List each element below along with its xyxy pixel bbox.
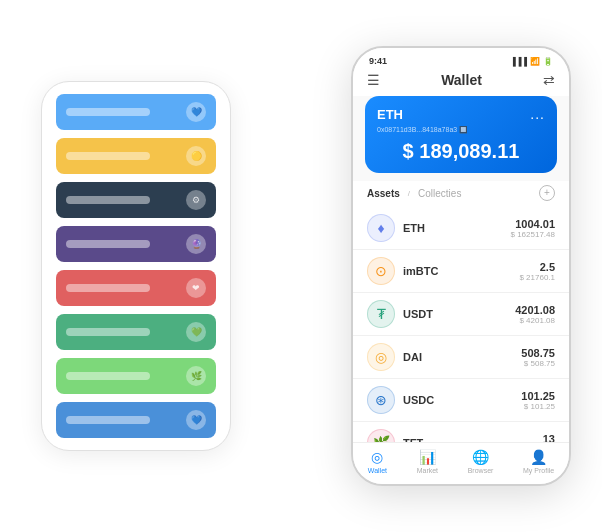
nav-item-browser[interactable]: 🌐 Browser (468, 449, 494, 474)
asset-name-eth: ETH (403, 222, 511, 234)
asset-name-imbtc: imBTC (403, 265, 519, 277)
asset-amounts-tft: 13 0 (543, 433, 555, 443)
card-label (66, 416, 150, 424)
nav-icon-market: 📊 (419, 449, 436, 465)
nav-icon-browser: 🌐 (472, 449, 489, 465)
eth-card-balance: $ 189,089.11 (377, 140, 545, 163)
asset-item-dai[interactable]: ◎ DAI 508.75 $ 508.75 (353, 336, 569, 379)
asset-icon-eth: ♦ (367, 214, 395, 242)
asset-usd-imbtc: $ 21760.1 (519, 273, 555, 282)
card-label (66, 328, 150, 336)
back-card-blue2-card: 💙 (56, 402, 216, 438)
asset-icon-imbtc: ⊙ (367, 257, 395, 285)
add-asset-button[interactable]: + (539, 185, 555, 201)
battery-icon: 🔋 (543, 57, 553, 66)
asset-list: ♦ ETH 1004.01 $ 162517.48 ⊙ imBTC 2.5 $ … (353, 207, 569, 442)
tab-divider: / (408, 189, 410, 198)
card-label (66, 240, 150, 248)
eth-card-name: ETH (377, 107, 403, 122)
eth-card[interactable]: ETH ... 0x08711d3B...8418a78a3 🔲 $ 189,0… (365, 96, 557, 173)
asset-name-dai: DAI (403, 351, 521, 363)
status-bar: 9:41 ▐▐▐ 📶 🔋 (353, 48, 569, 70)
back-card-purple-card: 🔮 (56, 226, 216, 262)
asset-amount-tft: 13 (543, 433, 555, 443)
card-icon: 💙 (186, 102, 206, 122)
back-wallet-mockup: 💙 🟡 ⚙ 🔮 ❤ 💚 🌿 💙 (41, 81, 231, 451)
card-icon: ❤ (186, 278, 206, 298)
asset-amount-usdc: 101.25 (521, 390, 555, 402)
assets-header: Assets / Collecties + (353, 181, 569, 207)
header-title: Wallet (441, 72, 482, 88)
card-label (66, 372, 150, 380)
asset-usd-eth: $ 162517.48 (511, 230, 556, 239)
asset-item-tft[interactable]: 🌿 TFT 13 0 (353, 422, 569, 442)
card-icon: ⚙ (186, 190, 206, 210)
card-icon: 🔮 (186, 234, 206, 254)
nav-item-wallet[interactable]: ◎ Wallet (368, 449, 387, 474)
asset-amounts-dai: 508.75 $ 508.75 (521, 347, 555, 368)
asset-amounts-usdc: 101.25 $ 101.25 (521, 390, 555, 411)
nav-label-wallet: Wallet (368, 467, 387, 474)
back-card-blue-card: 💙 (56, 94, 216, 130)
asset-item-usdc[interactable]: ⊛ USDC 101.25 $ 101.25 (353, 379, 569, 422)
nav-item-profile[interactable]: 👤 My Profile (523, 449, 554, 474)
asset-amounts-imbtc: 2.5 $ 21760.1 (519, 261, 555, 282)
tab-collecties[interactable]: Collecties (418, 188, 461, 199)
card-icon: 🟡 (186, 146, 206, 166)
card-icon: 💙 (186, 410, 206, 430)
card-label (66, 284, 150, 292)
asset-item-imbtc[interactable]: ⊙ imBTC 2.5 $ 21760.1 (353, 250, 569, 293)
nav-icon-wallet: ◎ (371, 449, 383, 465)
nav-label-market: Market (417, 467, 438, 474)
asset-item-usdt[interactable]: ₮ USDT 4201.08 $ 4201.08 (353, 293, 569, 336)
asset-amounts-eth: 1004.01 $ 162517.48 (511, 218, 556, 239)
assets-tabs: Assets / Collecties (367, 188, 461, 199)
nav-label-browser: Browser (468, 467, 494, 474)
asset-name-usdt: USDT (403, 308, 515, 320)
eth-card-header: ETH ... (377, 106, 545, 122)
back-card-dark-card: ⚙ (56, 182, 216, 218)
card-icon: 🌿 (186, 366, 206, 386)
phone-mockup: 9:41 ▐▐▐ 📶 🔋 ☰ Wallet ⇄ ETH ... 0x08711d… (351, 46, 571, 486)
back-card-orange-card: 🟡 (56, 138, 216, 174)
eth-balance-value: $ 189,089.11 (403, 140, 520, 162)
asset-usd-usdt: $ 4201.08 (515, 316, 555, 325)
eth-card-more[interactable]: ... (530, 106, 545, 122)
asset-icon-dai: ◎ (367, 343, 395, 371)
asset-icon-usdt: ₮ (367, 300, 395, 328)
card-icon: 💚 (186, 322, 206, 342)
eth-card-address: 0x08711d3B...8418a78a3 🔲 (377, 126, 545, 134)
asset-name-usdc: USDC (403, 394, 521, 406)
asset-amount-usdt: 4201.08 (515, 304, 555, 316)
back-card-green-card: 💚 (56, 314, 216, 350)
card-label (66, 196, 150, 204)
nav-label-profile: My Profile (523, 467, 554, 474)
asset-item-eth[interactable]: ♦ ETH 1004.01 $ 162517.48 (353, 207, 569, 250)
wifi-icon: 📶 (530, 57, 540, 66)
card-label (66, 108, 150, 116)
scene: 💙 🟡 ⚙ 🔮 ❤ 💚 🌿 💙 9:41 ▐▐▐ (21, 16, 581, 516)
asset-icon-usdc: ⊛ (367, 386, 395, 414)
nav-icon-profile: 👤 (530, 449, 547, 465)
tab-assets[interactable]: Assets (367, 188, 400, 199)
app-header: ☰ Wallet ⇄ (353, 70, 569, 96)
asset-usd-usdc: $ 101.25 (521, 402, 555, 411)
back-card-lightgreen-card: 🌿 (56, 358, 216, 394)
status-time: 9:41 (369, 56, 387, 66)
asset-amount-imbtc: 2.5 (519, 261, 555, 273)
asset-usd-dai: $ 508.75 (521, 359, 555, 368)
back-card-red-card: ❤ (56, 270, 216, 306)
asset-amount-eth: 1004.01 (511, 218, 556, 230)
card-label (66, 152, 150, 160)
asset-icon-tft: 🌿 (367, 429, 395, 442)
status-icons: ▐▐▐ 📶 🔋 (510, 57, 553, 66)
nav-item-market[interactable]: 📊 Market (417, 449, 438, 474)
scan-icon[interactable]: ⇄ (543, 72, 555, 88)
asset-amounts-usdt: 4201.08 $ 4201.08 (515, 304, 555, 325)
signal-icon: ▐▐▐ (510, 57, 527, 66)
asset-amount-dai: 508.75 (521, 347, 555, 359)
bottom-nav: ◎ Wallet 📊 Market 🌐 Browser 👤 My Profile (353, 442, 569, 484)
menu-icon[interactable]: ☰ (367, 72, 380, 88)
